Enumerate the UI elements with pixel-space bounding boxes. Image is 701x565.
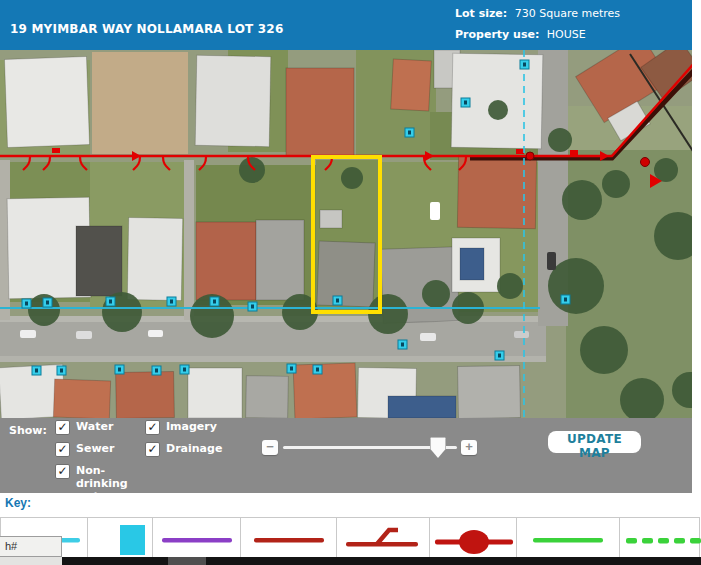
parked-car [514, 331, 529, 338]
meter-marker-glyph [183, 368, 186, 372]
bottom-bar-thumb [168, 557, 206, 565]
hydrant-symbol [516, 149, 524, 154]
key-section: Key: Non-drinkingSewerDrainage main [0, 493, 701, 565]
parked-car [148, 330, 163, 337]
house-roof [76, 226, 122, 296]
lot-size-value: 730 Square metres [515, 7, 620, 20]
bottom-black-bar [62, 557, 701, 565]
water-main-node [526, 152, 534, 160]
house-roof [195, 55, 271, 146]
meter-marker-glyph [25, 302, 28, 306]
parked-car [547, 252, 556, 270]
tree [488, 100, 508, 120]
property-address: 19 MYIMBAR WAY NOLLAMARA LOT 326 [10, 22, 283, 36]
show-label: Show: [9, 424, 47, 437]
ground-patch [92, 52, 188, 154]
key-title: Key: [5, 496, 31, 510]
parked-car [20, 330, 36, 338]
house-roof [293, 363, 357, 418]
water-main-node [641, 158, 650, 167]
ground-patch [184, 160, 194, 320]
meter-marker-glyph [464, 101, 467, 105]
property-use-label: Property use: [455, 28, 539, 41]
tree [341, 167, 363, 189]
house-roof [457, 155, 536, 228]
meter-marker-glyph [498, 354, 501, 358]
tree [654, 158, 678, 182]
checkbox-icon[interactable]: ✓ [145, 420, 160, 435]
ground-patch [0, 356, 546, 362]
lot-size-row: Lot size: 730 Square metres [455, 7, 620, 20]
tree [580, 326, 628, 374]
meter-marker-glyph [290, 367, 293, 371]
tree [548, 258, 604, 314]
layer-checkbox-imagery[interactable]: ✓Imagery [145, 420, 255, 435]
house-roof [4, 57, 89, 148]
hydrant-symbol [570, 150, 578, 155]
bottom-left-strip [0, 557, 62, 565]
aerial-map[interactable] [0, 50, 692, 418]
tree [422, 280, 450, 308]
lot-size-label: Lot size: [455, 7, 507, 20]
lot-info: Lot size: 730 Square metres Property use… [455, 7, 620, 49]
checkbox-label: Sewer [76, 442, 114, 455]
meter-marker-glyph [35, 369, 38, 373]
layer-checkbox-drainage[interactable]: ✓Drainage [145, 442, 255, 457]
house-roof [188, 368, 242, 418]
update-map-button[interactable]: UPDATE MAP [548, 431, 641, 453]
zoom-in-button[interactable]: + [461, 440, 477, 455]
parked-car [420, 333, 436, 341]
house-roof [460, 248, 484, 280]
sewer-connection-symbol [339, 518, 427, 562]
header-bar: 19 MYIMBAR WAY NOLLAMARA LOT 326 Lot siz… [0, 0, 692, 50]
meter-marker-glyph [170, 300, 173, 304]
meter-marker-glyph [401, 343, 404, 347]
meter-marker-glyph [336, 299, 339, 303]
meter-marker-glyph [155, 369, 158, 373]
property-map-page: 19 MYIMBAR WAY NOLLAMARA LOT 326 Lot siz… [0, 0, 701, 565]
house-roof [116, 371, 175, 418]
tree [497, 273, 523, 299]
status-tooltip: h# [0, 536, 62, 557]
house-roof [317, 241, 375, 307]
checkbox-label: Imagery [166, 420, 217, 433]
checkbox-icon[interactable]: ✓ [145, 442, 160, 457]
meter-marker-glyph [523, 63, 526, 67]
checkbox-column-2: ✓Imagery✓Drainage [145, 420, 255, 464]
house-roof [388, 396, 456, 418]
aerial-photo [0, 50, 692, 418]
checkbox-icon[interactable]: ✓ [55, 442, 70, 457]
house-roof [320, 210, 342, 228]
drainage-main-symbol [620, 518, 701, 562]
property-use-value: HOUSE [547, 28, 586, 41]
house-roof [127, 218, 182, 301]
meter-marker-glyph [564, 298, 567, 302]
tree [548, 128, 572, 152]
property-use-row: Property use: HOUSE [455, 28, 620, 41]
checkbox-icon[interactable]: ✓ [55, 464, 70, 479]
meter-marker-glyph [251, 305, 254, 309]
checkbox-icon[interactable]: ✓ [55, 420, 70, 435]
house-roof [256, 220, 304, 300]
checkbox-label: Drainage [166, 442, 222, 455]
meter-marker-glyph [60, 369, 63, 373]
meter-marker-glyph [213, 300, 216, 304]
parked-car [76, 331, 92, 339]
layer-checkbox-sewer[interactable]: ✓Sewer [55, 442, 143, 457]
meter-marker-glyph [118, 368, 121, 372]
drainage-pipe-symbol [524, 518, 612, 562]
meter-marker-glyph [316, 368, 319, 372]
non-drinking-pipe-symbol [153, 518, 241, 562]
house-roof [286, 68, 354, 156]
tree [239, 157, 265, 183]
house-roof [53, 379, 110, 418]
house-roof [458, 365, 521, 418]
layer-checkbox-water[interactable]: ✓Water [55, 420, 143, 435]
house-roof [246, 376, 289, 418]
sewer-access-point-symbol [430, 518, 518, 562]
zoom-out-button[interactable]: − [262, 440, 278, 455]
house-roof [391, 59, 432, 111]
house-roof [196, 222, 256, 300]
hydrant-symbol [52, 148, 60, 153]
tree [562, 180, 602, 220]
